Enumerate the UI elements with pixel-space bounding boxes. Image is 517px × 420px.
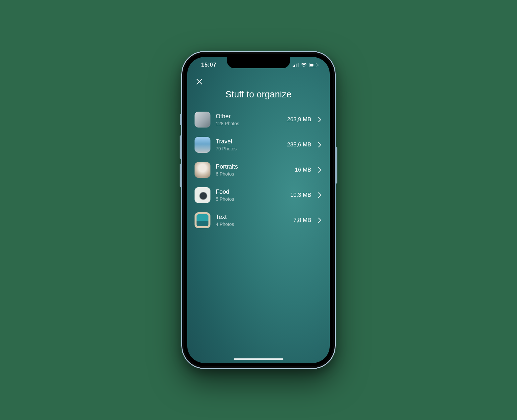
category-thumbnail: [195, 212, 210, 228]
category-thumbnail: [195, 162, 210, 178]
category-size: 10,3 MB: [290, 192, 311, 198]
battery-icon: [309, 63, 318, 67]
category-size: 263,9 MB: [287, 116, 311, 123]
category-subtitle: 6 Photos: [216, 171, 290, 177]
home-indicator: [234, 358, 283, 360]
category-title: Portraits: [216, 163, 290, 171]
power-button: [335, 147, 337, 184]
category-title: Other: [216, 113, 282, 120]
category-row[interactable]: Text 4 Photos 7,8 MB: [195, 208, 322, 233]
category-subtitle: 128 Photos: [216, 121, 282, 126]
category-subtitle: 5 Photos: [216, 196, 285, 202]
category-row[interactable]: Other 128 Photos 263,9 MB: [195, 107, 322, 132]
volume-down-button: [180, 164, 182, 187]
category-list: Other 128 Photos 263,9 MB Travel 79 Phot…: [187, 107, 330, 233]
phone-frame: 15:07: [181, 51, 336, 369]
category-size: 235,6 MB: [287, 141, 311, 148]
category-size: 16 MB: [295, 167, 311, 173]
category-subtitle: 4 Photos: [216, 222, 288, 227]
chevron-right-icon: [316, 192, 322, 198]
page-title: Stuff to organize: [187, 89, 330, 100]
chevron-right-icon: [316, 117, 322, 122]
category-subtitle: 79 Photos: [216, 146, 282, 151]
mute-switch: [180, 114, 182, 125]
close-icon: [196, 79, 202, 85]
category-row[interactable]: Food 5 Photos 10,3 MB: [195, 183, 322, 208]
category-thumbnail: [195, 112, 210, 128]
screen: 15:07: [187, 57, 330, 363]
svg-rect-2: [317, 64, 318, 66]
notch: [227, 57, 290, 68]
close-button[interactable]: [195, 77, 204, 86]
category-title: Text: [216, 214, 288, 221]
category-title: Travel: [216, 138, 282, 145]
wifi-icon: [301, 63, 307, 67]
category-title: Food: [216, 188, 285, 196]
cellular-icon: [293, 63, 299, 67]
volume-up-button: [180, 135, 182, 159]
category-row[interactable]: Travel 79 Photos 235,6 MB: [195, 132, 322, 157]
category-size: 7,8 MB: [293, 217, 311, 224]
svg-rect-1: [310, 64, 314, 66]
chevron-right-icon: [316, 142, 322, 147]
category-thumbnail: [195, 137, 210, 153]
category-thumbnail: [195, 187, 210, 203]
status-time: 15:07: [197, 62, 216, 68]
chevron-right-icon: [316, 218, 322, 223]
chevron-right-icon: [316, 167, 322, 173]
category-row[interactable]: Portraits 6 Photos 16 MB: [195, 157, 322, 183]
